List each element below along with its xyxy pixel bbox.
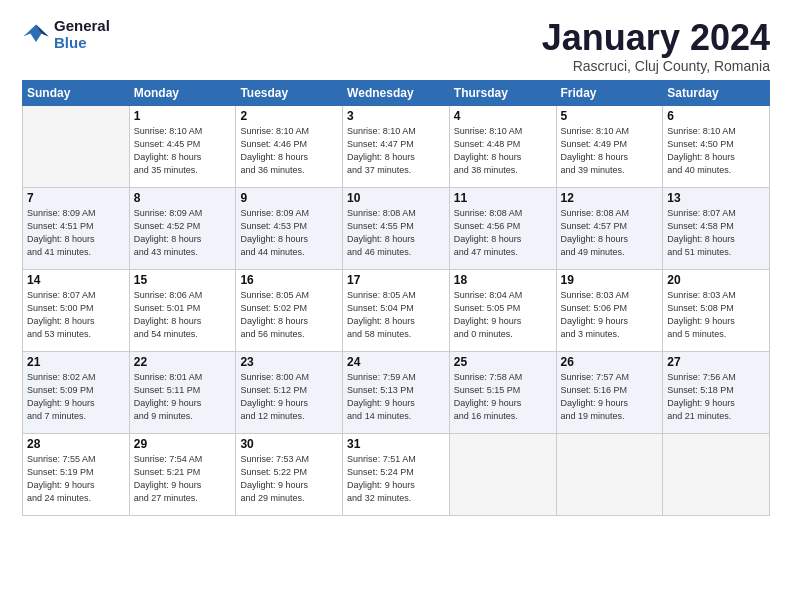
calendar-week-row: 1Sunrise: 8:10 AM Sunset: 4:45 PM Daylig… — [23, 105, 770, 187]
day-number: 27 — [667, 355, 765, 369]
calendar-day-cell — [663, 433, 770, 515]
header: General Blue January 2024 Rascruci, Cluj… — [22, 18, 770, 74]
day-info: Sunrise: 7:54 AM Sunset: 5:21 PM Dayligh… — [134, 453, 232, 505]
day-number: 19 — [561, 273, 659, 287]
day-number: 8 — [134, 191, 232, 205]
calendar-day-cell: 9Sunrise: 8:09 AM Sunset: 4:53 PM Daylig… — [236, 187, 343, 269]
day-number: 24 — [347, 355, 445, 369]
calendar-day-cell: 25Sunrise: 7:58 AM Sunset: 5:15 PM Dayli… — [449, 351, 556, 433]
day-info: Sunrise: 8:00 AM Sunset: 5:12 PM Dayligh… — [240, 371, 338, 423]
day-number: 5 — [561, 109, 659, 123]
day-number: 9 — [240, 191, 338, 205]
calendar-day-cell: 21Sunrise: 8:02 AM Sunset: 5:09 PM Dayli… — [23, 351, 130, 433]
day-info: Sunrise: 8:02 AM Sunset: 5:09 PM Dayligh… — [27, 371, 125, 423]
calendar-day-cell: 18Sunrise: 8:04 AM Sunset: 5:05 PM Dayli… — [449, 269, 556, 351]
calendar-day-cell — [556, 433, 663, 515]
day-number: 30 — [240, 437, 338, 451]
day-info: Sunrise: 8:10 AM Sunset: 4:48 PM Dayligh… — [454, 125, 552, 177]
day-info: Sunrise: 8:01 AM Sunset: 5:11 PM Dayligh… — [134, 371, 232, 423]
month-title: January 2024 — [542, 18, 770, 58]
day-number: 7 — [27, 191, 125, 205]
title-block: January 2024 Rascruci, Cluj County, Roma… — [542, 18, 770, 74]
day-number: 17 — [347, 273, 445, 287]
calendar-day-cell: 1Sunrise: 8:10 AM Sunset: 4:45 PM Daylig… — [129, 105, 236, 187]
calendar-week-row: 14Sunrise: 8:07 AM Sunset: 5:00 PM Dayli… — [23, 269, 770, 351]
calendar-day-header: Thursday — [449, 80, 556, 105]
logo: General Blue — [22, 18, 110, 51]
calendar-day-cell — [23, 105, 130, 187]
day-info: Sunrise: 7:53 AM Sunset: 5:22 PM Dayligh… — [240, 453, 338, 505]
calendar-day-cell: 26Sunrise: 7:57 AM Sunset: 5:16 PM Dayli… — [556, 351, 663, 433]
day-info: Sunrise: 8:03 AM Sunset: 5:06 PM Dayligh… — [561, 289, 659, 341]
day-number: 15 — [134, 273, 232, 287]
logo-text: General Blue — [54, 18, 110, 51]
calendar-day-cell: 2Sunrise: 8:10 AM Sunset: 4:46 PM Daylig… — [236, 105, 343, 187]
day-info: Sunrise: 8:08 AM Sunset: 4:57 PM Dayligh… — [561, 207, 659, 259]
calendar-day-cell: 12Sunrise: 8:08 AM Sunset: 4:57 PM Dayli… — [556, 187, 663, 269]
calendar-day-header: Friday — [556, 80, 663, 105]
day-info: Sunrise: 8:10 AM Sunset: 4:50 PM Dayligh… — [667, 125, 765, 177]
calendar-day-cell: 23Sunrise: 8:00 AM Sunset: 5:12 PM Dayli… — [236, 351, 343, 433]
calendar-day-cell: 28Sunrise: 7:55 AM Sunset: 5:19 PM Dayli… — [23, 433, 130, 515]
day-number: 10 — [347, 191, 445, 205]
calendar-day-cell: 8Sunrise: 8:09 AM Sunset: 4:52 PM Daylig… — [129, 187, 236, 269]
day-info: Sunrise: 8:08 AM Sunset: 4:56 PM Dayligh… — [454, 207, 552, 259]
calendar-day-cell: 24Sunrise: 7:59 AM Sunset: 5:13 PM Dayli… — [343, 351, 450, 433]
calendar-day-cell — [449, 433, 556, 515]
day-info: Sunrise: 8:10 AM Sunset: 4:47 PM Dayligh… — [347, 125, 445, 177]
day-info: Sunrise: 7:59 AM Sunset: 5:13 PM Dayligh… — [347, 371, 445, 423]
calendar-table: SundayMondayTuesdayWednesdayThursdayFrid… — [22, 80, 770, 516]
day-info: Sunrise: 8:03 AM Sunset: 5:08 PM Dayligh… — [667, 289, 765, 341]
day-info: Sunrise: 7:51 AM Sunset: 5:24 PM Dayligh… — [347, 453, 445, 505]
day-number: 3 — [347, 109, 445, 123]
calendar-day-cell: 13Sunrise: 8:07 AM Sunset: 4:58 PM Dayli… — [663, 187, 770, 269]
day-info: Sunrise: 7:57 AM Sunset: 5:16 PM Dayligh… — [561, 371, 659, 423]
day-number: 28 — [27, 437, 125, 451]
calendar-day-cell: 31Sunrise: 7:51 AM Sunset: 5:24 PM Dayli… — [343, 433, 450, 515]
day-number: 1 — [134, 109, 232, 123]
day-number: 25 — [454, 355, 552, 369]
day-number: 29 — [134, 437, 232, 451]
day-number: 20 — [667, 273, 765, 287]
day-number: 23 — [240, 355, 338, 369]
day-number: 18 — [454, 273, 552, 287]
day-info: Sunrise: 8:09 AM Sunset: 4:53 PM Dayligh… — [240, 207, 338, 259]
day-number: 22 — [134, 355, 232, 369]
day-number: 31 — [347, 437, 445, 451]
day-info: Sunrise: 8:07 AM Sunset: 5:00 PM Dayligh… — [27, 289, 125, 341]
calendar-day-header: Sunday — [23, 80, 130, 105]
logo-icon — [22, 21, 50, 49]
day-number: 16 — [240, 273, 338, 287]
day-info: Sunrise: 8:09 AM Sunset: 4:52 PM Dayligh… — [134, 207, 232, 259]
day-info: Sunrise: 8:10 AM Sunset: 4:46 PM Dayligh… — [240, 125, 338, 177]
calendar-day-header: Tuesday — [236, 80, 343, 105]
calendar-day-cell: 4Sunrise: 8:10 AM Sunset: 4:48 PM Daylig… — [449, 105, 556, 187]
day-number: 2 — [240, 109, 338, 123]
day-info: Sunrise: 7:56 AM Sunset: 5:18 PM Dayligh… — [667, 371, 765, 423]
day-info: Sunrise: 8:06 AM Sunset: 5:01 PM Dayligh… — [134, 289, 232, 341]
calendar-day-cell: 27Sunrise: 7:56 AM Sunset: 5:18 PM Dayli… — [663, 351, 770, 433]
calendar-day-header: Saturday — [663, 80, 770, 105]
day-info: Sunrise: 8:04 AM Sunset: 5:05 PM Dayligh… — [454, 289, 552, 341]
calendar-week-row: 21Sunrise: 8:02 AM Sunset: 5:09 PM Dayli… — [23, 351, 770, 433]
calendar-day-cell: 30Sunrise: 7:53 AM Sunset: 5:22 PM Dayli… — [236, 433, 343, 515]
day-info: Sunrise: 7:58 AM Sunset: 5:15 PM Dayligh… — [454, 371, 552, 423]
day-number: 12 — [561, 191, 659, 205]
calendar-week-row: 28Sunrise: 7:55 AM Sunset: 5:19 PM Dayli… — [23, 433, 770, 515]
calendar-day-cell: 22Sunrise: 8:01 AM Sunset: 5:11 PM Dayli… — [129, 351, 236, 433]
calendar-day-cell: 5Sunrise: 8:10 AM Sunset: 4:49 PM Daylig… — [556, 105, 663, 187]
calendar-day-cell: 19Sunrise: 8:03 AM Sunset: 5:06 PM Dayli… — [556, 269, 663, 351]
calendar-day-cell: 29Sunrise: 7:54 AM Sunset: 5:21 PM Dayli… — [129, 433, 236, 515]
day-info: Sunrise: 8:05 AM Sunset: 5:04 PM Dayligh… — [347, 289, 445, 341]
calendar-day-cell: 7Sunrise: 8:09 AM Sunset: 4:51 PM Daylig… — [23, 187, 130, 269]
calendar-day-cell: 3Sunrise: 8:10 AM Sunset: 4:47 PM Daylig… — [343, 105, 450, 187]
day-info: Sunrise: 8:09 AM Sunset: 4:51 PM Dayligh… — [27, 207, 125, 259]
day-number: 6 — [667, 109, 765, 123]
day-info: Sunrise: 8:10 AM Sunset: 4:49 PM Dayligh… — [561, 125, 659, 177]
calendar-day-cell: 17Sunrise: 8:05 AM Sunset: 5:04 PM Dayli… — [343, 269, 450, 351]
page: General Blue January 2024 Rascruci, Cluj… — [0, 0, 792, 528]
day-info: Sunrise: 7:55 AM Sunset: 5:19 PM Dayligh… — [27, 453, 125, 505]
calendar-day-cell: 16Sunrise: 8:05 AM Sunset: 5:02 PM Dayli… — [236, 269, 343, 351]
calendar-day-cell: 14Sunrise: 8:07 AM Sunset: 5:00 PM Dayli… — [23, 269, 130, 351]
day-info: Sunrise: 8:08 AM Sunset: 4:55 PM Dayligh… — [347, 207, 445, 259]
